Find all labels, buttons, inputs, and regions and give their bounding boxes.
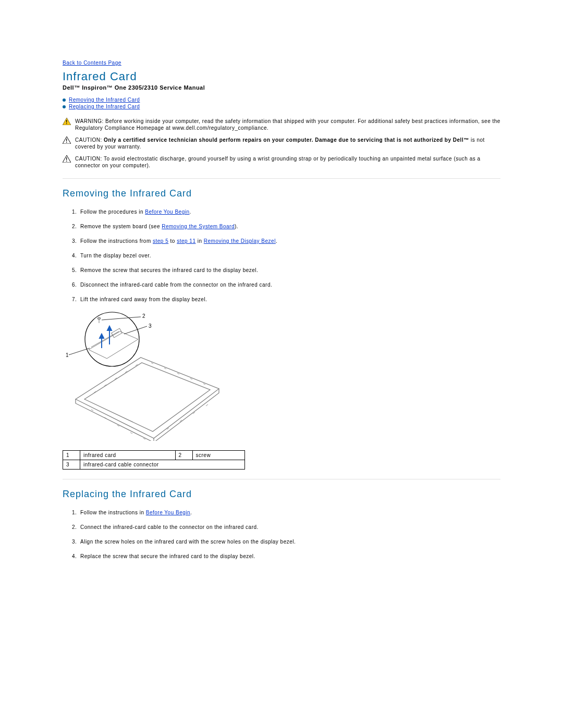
caution-notice-1: ! CAUTION: Only a certified service tech…: [63, 137, 500, 150]
table-of-contents: Removing the Infrared Card Replacing the…: [63, 97, 500, 109]
step-1: 1.Follow the instructions in Before You …: [72, 509, 500, 516]
page-subtitle: Dell™ Inspiron™ One 2305/2310 Service Ma…: [63, 84, 500, 91]
replacing-steps: 1.Follow the instructions in Before You …: [72, 509, 500, 560]
caution-label: CAUTION:: [75, 137, 102, 143]
link-before-you-begin[interactable]: Before You Begin: [146, 510, 190, 515]
step-7: 7.Lift the infrared card away from the d…: [72, 296, 500, 303]
svg-text:!: !: [66, 138, 68, 144]
warning-icon: !: [63, 118, 71, 125]
caution-icon: !: [63, 137, 71, 144]
separator: [63, 178, 500, 179]
bezel-diagram: 1 2 3: [63, 311, 500, 442]
page-title: Infrared Card: [63, 70, 500, 83]
callout-3: 3: [149, 323, 152, 329]
section-heading-replacing: Replacing the Infrared Card: [63, 489, 500, 500]
link-step-5[interactable]: step 5: [153, 238, 168, 244]
caution-label: CAUTION:: [75, 156, 102, 162]
svg-text:!: !: [66, 157, 68, 163]
bullet-icon: [63, 98, 66, 102]
caution-icon: !: [63, 155, 71, 163]
step-4: 4.Replace the screw that secure the infr…: [72, 553, 500, 560]
svg-point-6: [85, 312, 139, 366]
caution-notice-2: ! CAUTION: To avoid electrostatic discha…: [63, 155, 500, 169]
removing-steps: 1.Follow the procedures in Before You Be…: [72, 208, 500, 303]
link-before-you-begin[interactable]: Before You Begin: [145, 209, 189, 215]
warning-text: Before working inside your computer, rea…: [75, 118, 500, 131]
table-row: 3 infrared-card cable connector: [63, 460, 245, 470]
step-3: 3.Follow the instructions from step 5 to…: [72, 238, 500, 245]
toc-link-replacing[interactable]: Replacing the Infrared Card: [69, 104, 140, 109]
bullet-icon: [63, 105, 66, 108]
caution-text-bold: Only a certified service technician shou…: [102, 137, 471, 143]
back-to-contents-link[interactable]: Back to Contents Page: [63, 60, 121, 66]
warning-label: WARNING:: [75, 118, 104, 124]
table-row: 1 infrared card 2 screw: [63, 451, 245, 460]
link-removing-system-board[interactable]: Removing the System Board: [162, 224, 235, 229]
step-3: 3.Align the screw holes on the infrared …: [72, 538, 500, 546]
svg-line-14: [69, 348, 90, 355]
step-1: 1.Follow the procedures in Before You Be…: [72, 208, 500, 216]
step-6: 6.Disconnect the infrared-card cable fro…: [72, 281, 500, 289]
link-removing-display-bezel[interactable]: Removing the Display Bezel: [204, 238, 276, 244]
callout-1: 1: [66, 352, 69, 358]
warning-notice: ! WARNING: Before working inside your co…: [63, 118, 500, 131]
separator: [63, 479, 500, 479]
link-step-11[interactable]: step 11: [177, 238, 195, 244]
step-5: 5.Remove the screw that secures the infr…: [72, 267, 500, 274]
step-2: 2.Connect the infrared-card cable to the…: [72, 524, 500, 531]
section-heading-removing: Removing the Infrared Card: [63, 188, 500, 199]
svg-point-12: [97, 317, 101, 319]
toc-link-removing[interactable]: Removing the Infrared Card: [69, 97, 140, 103]
parts-table: 1 infrared card 2 screw 3 infrared-card …: [63, 450, 245, 470]
step-2: 2.Remove the system board (see Removing …: [72, 223, 500, 230]
step-4: 4.Turn the display bezel over.: [72, 252, 500, 260]
svg-text:!: !: [66, 119, 68, 125]
caution-text: To avoid electrostatic discharge, ground…: [75, 156, 481, 168]
callout-2: 2: [142, 313, 145, 319]
